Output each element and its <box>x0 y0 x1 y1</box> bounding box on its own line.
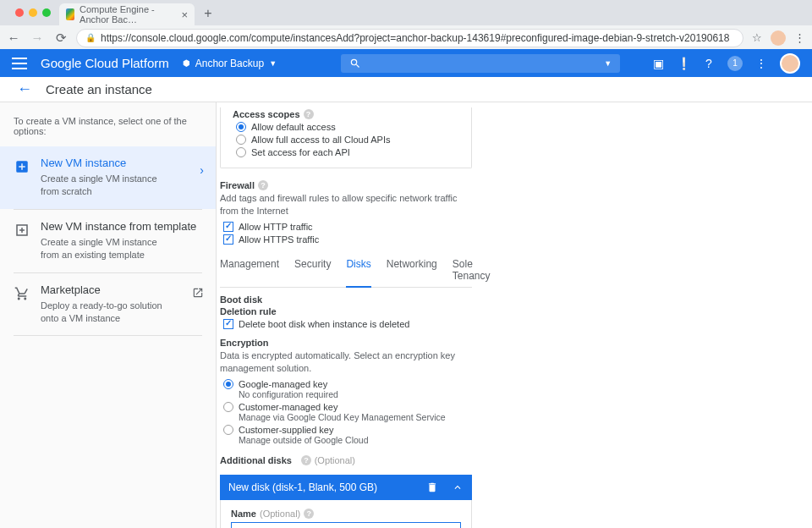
profile-avatar-icon[interactable] <box>771 30 786 46</box>
gcp-header: Google Cloud Platform ⬢ Anchor Backup ▼ … <box>0 49 812 77</box>
firewall-label: Firewall? <box>220 180 472 190</box>
add-box-icon <box>14 158 30 175</box>
radio-icon <box>223 425 233 435</box>
help-icon[interactable]: ? <box>304 109 314 119</box>
lock-icon: 🔒 <box>85 33 96 42</box>
help-icon[interactable]: ? <box>301 455 311 465</box>
new-disk-header[interactable]: New disk (disk-1, Blank, 500 GB) <box>220 475 472 500</box>
search-bar[interactable]: ▼ <box>341 54 620 73</box>
identity-access-card: Access scopes? Allow default access Allo… <box>220 107 472 168</box>
url-text: https://console.cloud.google.com/compute… <box>101 32 729 44</box>
radio-icon <box>223 402 233 412</box>
kebab-menu-icon[interactable]: ⋮ <box>794 31 805 44</box>
address-bar[interactable]: 🔒 https://console.cloud.google.com/compu… <box>76 29 743 47</box>
browser-chrome: Compute Engine - Anchor Bac… × + ← → ⟳ 🔒… <box>0 0 812 49</box>
trash-icon[interactable] <box>426 481 438 493</box>
sidebar-item-sub: Deploy a ready-to-go solution onto a VM … <box>41 300 176 326</box>
template-icon <box>14 222 30 239</box>
enc-option-desc: Manage via Google Cloud Key Management S… <box>239 412 472 422</box>
page-title-bar: ← Create an instance <box>0 77 812 102</box>
close-tab-icon[interactable]: × <box>181 8 188 21</box>
marketplace-icon <box>14 285 30 302</box>
scope-option-default[interactable]: Allow default access <box>236 122 459 132</box>
content-scroll[interactable]: Access scopes? Allow default access Allo… <box>217 102 812 528</box>
sidebar: To create a VM instance, select one of t… <box>0 102 217 528</box>
search-icon <box>349 58 361 69</box>
sidebar-item-title: New VM instance from template <box>41 220 196 233</box>
caret-down-icon: ▼ <box>269 59 277 68</box>
star-icon[interactable]: ☆ <box>752 31 762 44</box>
favicon-icon <box>66 8 74 20</box>
enc-option-customer-managed[interactable]: Customer-managed key <box>223 402 472 412</box>
boot-disk-section: Boot disk Deletion rule Delete boot disk… <box>220 294 472 329</box>
chevron-up-icon[interactable] <box>452 481 464 493</box>
new-disk-title: New disk (disk-1, Blank, 500 GB) <box>228 481 377 493</box>
deletion-rule-label: Deletion rule <box>220 306 472 316</box>
help-icon[interactable]: ? <box>702 57 716 70</box>
tab-networking[interactable]: Networking <box>387 253 437 287</box>
cloud-shell-icon[interactable]: ▣ <box>651 57 665 70</box>
radio-icon <box>236 135 246 145</box>
sidebar-item-new-vm[interactable]: New VM instance Create a single VM insta… <box>0 146 216 209</box>
firewall-section: Firewall? Add tags and firewall rules to… <box>220 180 472 245</box>
settings-menu-icon[interactable]: ⋮ <box>754 57 768 70</box>
scope-option-full[interactable]: Allow full access to all Cloud APIs <box>236 135 459 145</box>
encryption-hint: Data is encrypted automatically. Select … <box>220 349 472 376</box>
reload-icon[interactable]: ⟳ <box>54 30 68 46</box>
external-link-icon <box>192 287 204 301</box>
sidebar-item-from-template[interactable]: New VM instance from template Create a s… <box>0 210 216 272</box>
sidebar-item-sub: Create a single VM instance from scratch <box>41 173 176 199</box>
allow-http-checkbox[interactable]: Allow HTTP traffic <box>223 222 472 232</box>
announce-icon[interactable]: ❕ <box>677 57 690 70</box>
access-scopes-label: Access scopes? <box>233 109 459 119</box>
help-icon[interactable]: ? <box>304 509 314 519</box>
firewall-hint: Add tags and firewall rules to allow spe… <box>220 192 472 218</box>
allow-https-checkbox[interactable]: Allow HTTPS traffic <box>223 234 472 245</box>
back-icon[interactable]: ← <box>7 30 20 46</box>
enc-option-desc: No configuration required <box>239 389 472 399</box>
account-avatar-icon[interactable] <box>780 53 800 74</box>
chevron-right-icon: › <box>200 163 204 177</box>
close-window-icon[interactable] <box>15 8 24 17</box>
page-title: Create an instance <box>46 82 152 96</box>
checkbox-icon <box>223 222 233 232</box>
project-selector[interactable]: ⬢ Anchor Backup ▼ <box>183 58 277 69</box>
forward-icon[interactable]: → <box>30 30 44 46</box>
tab-disks[interactable]: Disks <box>346 253 370 288</box>
back-arrow-icon[interactable]: ← <box>17 80 32 98</box>
disk-name-label: Name(Optional)? <box>231 509 461 519</box>
enc-option-customer-supplied[interactable]: Customer-supplied key <box>223 425 472 435</box>
notifications-icon[interactable]: 1 <box>727 56 743 71</box>
sidebar-item-title: New VM instance <box>41 157 176 169</box>
sidebar-item-title: Marketplace <box>41 283 176 296</box>
optional-label: (Optional) <box>315 455 355 465</box>
radio-icon <box>236 147 246 157</box>
new-tab-button[interactable]: + <box>198 3 218 24</box>
minimize-window-icon[interactable] <box>29 8 37 17</box>
checkbox-icon <box>223 234 233 245</box>
nav-menu-icon[interactable] <box>12 58 27 69</box>
product-name[interactable]: Google Cloud Platform <box>41 56 169 70</box>
scope-option-each-api[interactable]: Set access for each API <box>236 147 459 157</box>
checkbox-icon <box>223 319 233 329</box>
tab-management[interactable]: Management <box>220 253 279 287</box>
help-icon[interactable]: ? <box>258 180 268 190</box>
delete-boot-disk-checkbox[interactable]: Delete boot disk when instance is delete… <box>223 319 472 329</box>
browser-tab[interactable]: Compute Engine - Anchor Bac… × <box>59 3 195 25</box>
additional-disks-label: Additional disks <box>220 455 292 465</box>
disk-name-input[interactable] <box>231 522 461 528</box>
sidebar-item-marketplace[interactable]: Marketplace Deploy a ready-to-go solutio… <box>0 273 216 336</box>
search-caret-icon: ▼ <box>604 59 612 68</box>
additional-disks-label-row: Additional disks ? (Optional) <box>220 454 472 466</box>
encryption-section: Encryption Data is encrypted automatical… <box>220 338 472 445</box>
macos-window-controls <box>7 0 59 25</box>
sidebar-item-sub: Create a single VM instance from an exis… <box>41 236 176 262</box>
new-disk-body: Name(Optional)? Description(Optional) Ty… <box>220 500 472 528</box>
tab-sole-tenancy[interactable]: Sole Tenancy <box>453 253 491 287</box>
radio-icon <box>223 379 233 389</box>
project-name: Anchor Backup <box>195 58 264 69</box>
encryption-label: Encryption <box>220 338 472 348</box>
tab-security[interactable]: Security <box>294 253 331 287</box>
zoom-window-icon[interactable] <box>42 8 51 17</box>
enc-option-google[interactable]: Google-managed key <box>223 379 472 389</box>
